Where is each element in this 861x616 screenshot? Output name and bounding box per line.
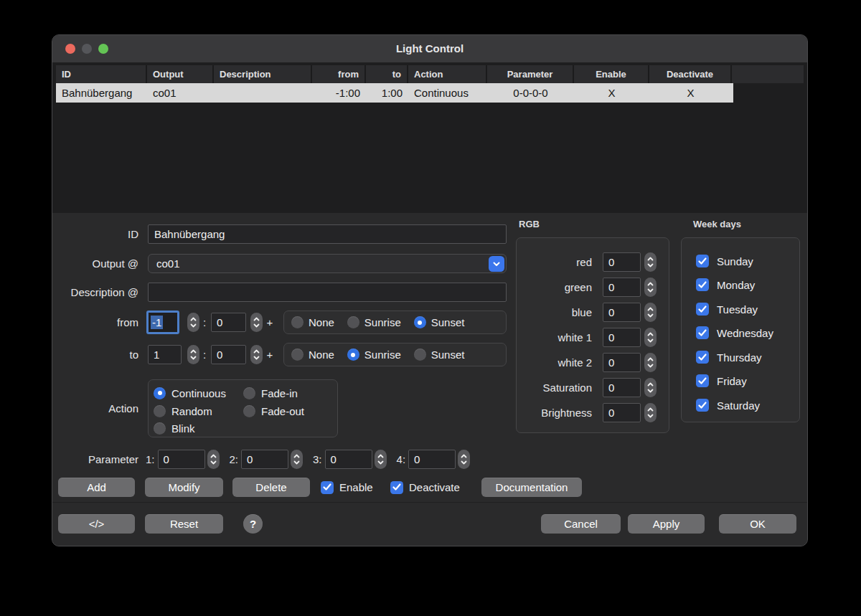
col-header-empty [732,65,804,83]
add-button[interactable]: Add [58,478,135,497]
checkbox-thursday[interactable]: Thursday [696,350,762,364]
radio-icon [291,316,304,328]
checkbox-saturday[interactable]: Saturday [696,398,760,412]
green-field[interactable]: 0 [603,278,641,297]
footer-divider [52,502,807,503]
to-hour-stepper[interactable] [187,345,199,364]
checkbox-wednesday[interactable]: Wednesday [696,326,773,340]
col-header-output[interactable]: Output [147,65,214,83]
col-header-parameter[interactable]: Parameter [487,65,574,83]
cell-to: 1:00 [366,83,408,103]
to-minute-field[interactable]: 0 [211,345,246,364]
col-header-deactivate[interactable]: Deactivate [649,65,732,83]
parameter-3-value: 0 [331,453,337,465]
white2-label: white 2 [517,356,592,369]
help-button[interactable]: ? [243,514,263,534]
red-field[interactable]: 0 [603,252,641,272]
from-offset-sunrise[interactable]: Sunrise [347,316,401,328]
blue-field[interactable]: 0 [603,303,641,322]
col-header-to[interactable]: to [366,65,408,83]
deactivate-checkbox[interactable]: Deactivate [390,478,460,497]
titlebar[interactable]: Light Control [52,35,807,63]
to-minute-stepper[interactable] [250,345,263,364]
parameter-3-stepper[interactable] [375,450,387,469]
to-hour-field[interactable]: 1 [148,345,182,364]
code-view-button[interactable]: </> [58,514,135,534]
brightness-field[interactable]: 0 [603,403,641,422]
red-stepper[interactable] [644,252,657,272]
up-down-chevrons-icon [210,451,217,468]
description-input[interactable] [148,283,507,302]
to-offset-none[interactable]: None [291,349,334,361]
parameter-3-field[interactable]: 0 [325,450,372,469]
parameter-1-field[interactable]: 0 [158,450,205,469]
check-icon [698,377,707,385]
to-offset-sunset[interactable]: Sunset [414,349,465,361]
from-offset-none[interactable]: None [291,316,334,328]
green-value: 0 [608,281,614,293]
white2-stepper[interactable] [644,353,657,372]
up-down-chevrons-icon [253,314,260,331]
parameter-1-stepper[interactable] [207,450,220,469]
to-hour-value: 1 [154,349,159,361]
col-header-from[interactable]: from [312,65,366,83]
green-stepper[interactable] [644,278,657,297]
white1-stepper[interactable] [644,328,657,347]
saturation-field[interactable]: 0 [603,378,641,397]
col-header-action[interactable]: Action [408,65,487,83]
parameter-2-field[interactable]: 0 [241,450,288,469]
apply-button[interactable]: Apply [628,514,705,534]
brightness-label: Brightness [517,407,592,419]
from-minute-stepper[interactable] [250,313,263,332]
delete-button[interactable]: Delete [232,478,310,497]
documentation-button[interactable]: Documentation [481,478,582,497]
to-offset-sunrise[interactable]: Sunrise [347,349,401,361]
check-icon [698,354,707,361]
check-icon [698,402,707,409]
from-hour-stepper[interactable] [187,313,199,332]
cancel-button[interactable]: Cancel [541,514,621,534]
saturation-stepper[interactable] [644,378,657,397]
checkbox-icon [696,374,709,387]
action-fade-in[interactable]: Fade-in [243,386,298,400]
parameter-2-prefix: 2: [230,453,239,465]
col-header-enable[interactable]: Enable [574,65,649,83]
parameter-4-stepper[interactable] [458,450,470,469]
reset-button[interactable]: Reset [145,514,223,534]
cell-parameter: 0-0-0-0 [487,83,574,103]
from-offset-sunset[interactable]: Sunset [414,316,465,328]
up-down-chevrons-icon [646,379,654,396]
checkbox-friday[interactable]: Friday [696,374,747,388]
parameter-2-stepper[interactable] [291,450,303,469]
ok-button[interactable]: OK [719,514,796,534]
checkbox-sunday[interactable]: Sunday [696,254,753,268]
checkbox-monday[interactable]: Monday [696,278,755,292]
blue-stepper[interactable] [644,303,657,322]
white2-field[interactable]: 0 [603,353,641,372]
action-continuous[interactable]: Continuous [154,386,226,400]
action-fade-out[interactable]: Fade-out [243,404,304,418]
table-row[interactable]: Bahnübergang co01 -1:00 1:00 Continuous … [56,83,733,103]
chevron-down-icon [489,256,504,272]
to-label: to [52,345,138,364]
modify-button[interactable]: Modify [145,478,223,497]
checkbox-label: Monday [717,279,755,291]
check-icon [698,305,707,313]
output-label: Output @ [52,254,138,273]
from-hour-field[interactable]: -1 [146,311,179,334]
checkbox-icon [696,255,709,267]
radio-label: Fade-out [261,405,304,417]
id-input[interactable] [148,224,507,244]
enable-checkbox[interactable]: Enable [321,478,373,497]
col-header-description[interactable]: Description [214,65,312,83]
action-random[interactable]: Random [154,404,212,418]
white1-field[interactable]: 0 [603,328,641,347]
output-select[interactable]: co01 [148,254,507,273]
checkbox-tuesday[interactable]: Tuesday [696,302,758,316]
parameter-row: 1: 0 2: 0 3: 0 4: 0 [146,450,470,469]
from-minute-field[interactable]: 0 [211,313,246,332]
action-blink[interactable]: Blink [154,421,195,435]
col-header-id[interactable]: ID [56,65,147,83]
brightness-stepper[interactable] [644,403,657,422]
parameter-4-field[interactable]: 0 [408,450,456,469]
